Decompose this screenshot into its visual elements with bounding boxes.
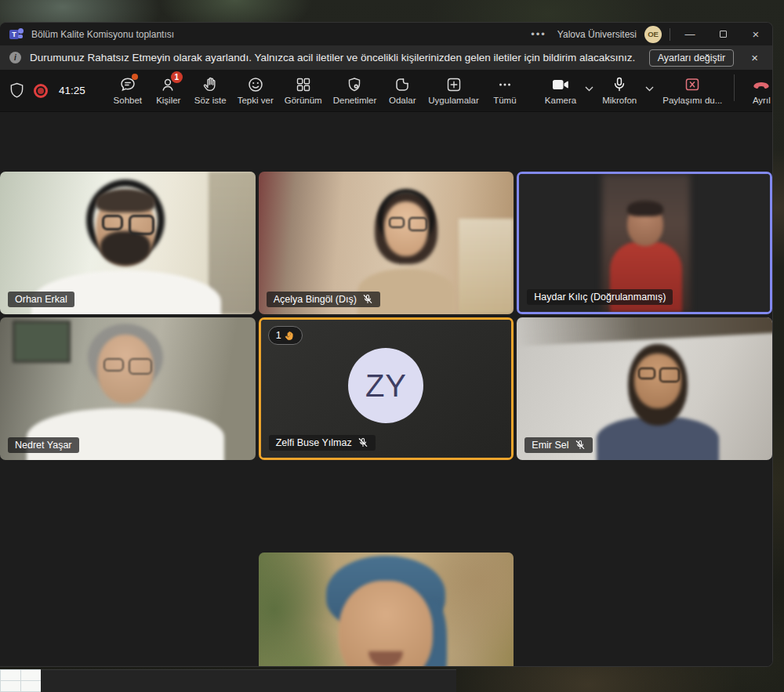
meeting-toolbar: 41:25 Sohbet 1 Kişiler [0, 70, 772, 112]
video-tile-speaking[interactable]: Haydar Kılıç (Doğrulanmamış) [517, 172, 772, 314]
change-settings-button[interactable]: Ayarları değiştir [649, 49, 735, 67]
banner-text: Durumunuz Rahatsız Etmeyin olarak ayarla… [30, 52, 641, 63]
leave-button[interactable]: Ayrıl [741, 73, 773, 108]
video-tile[interactable]: Naciye BOZDOĞAN AKBAŞ (Doğrulanmamış) [259, 553, 514, 667]
recording-indicator [34, 84, 48, 98]
participant-name-label: Açelya Bingöl (Dış) [267, 292, 380, 307]
background-window[interactable] [41, 669, 456, 692]
video-feed [259, 553, 514, 667]
more-actions-button[interactable]: Tümü [485, 73, 525, 108]
chat-notification-dot [132, 74, 138, 80]
participant-name-label: Nedret Yaşar [8, 437, 79, 453]
info-icon: i [9, 52, 21, 63]
close-button[interactable]: × [739, 23, 772, 45]
security-shield-icon [9, 82, 24, 99]
apps-button[interactable]: Uygulamalar [423, 73, 485, 108]
notification-banner: i Durumunuz Rahatsız Etmeyin olarak ayar… [0, 45, 772, 70]
rooms-button[interactable]: Odalar [382, 73, 423, 108]
mic-button[interactable]: Mikrofon [597, 73, 642, 108]
stop-share-icon [683, 76, 702, 93]
raised-hand-badge: 1 [268, 326, 303, 345]
people-badge: 1 [171, 71, 183, 83]
banner-close-icon[interactable]: × [745, 51, 764, 64]
chat-button[interactable]: Sohbet [107, 73, 148, 108]
meeting-title: Bölüm Kalite Komisyonu toplantısı [31, 29, 174, 40]
title-bar: T Bölüm Kalite Komisyonu toplantısı ••• … [0, 23, 772, 45]
titlebar-divider [670, 28, 670, 41]
video-tile[interactable]: Açelya Bingöl (Dış) [259, 172, 514, 314]
smiley-icon [247, 76, 264, 93]
org-name: Yalova Üniversitesi [557, 29, 637, 40]
stop-share-button[interactable]: Paylaşımı du... [657, 73, 728, 108]
controls-button[interactable]: Denetimler [328, 73, 383, 108]
camera-chevron-icon[interactable] [582, 73, 597, 103]
meeting-timer: 41:25 [59, 85, 85, 96]
mic-muted-icon [358, 437, 368, 448]
apps-plus-icon [445, 76, 463, 93]
video-grid: Orhan Erkal Açelya Bingöl (Dış) [0, 172, 772, 460]
background-spreadsheet-window[interactable] [0, 669, 41, 692]
user-avatar[interactable]: OE [644, 26, 662, 43]
participant-name-label: Zelfi Buse Yılmaz [269, 435, 376, 451]
camera-icon [551, 76, 570, 93]
video-tile-hand-raised[interactable]: ZY 1 Zelfi Buse Yılmaz [259, 317, 514, 460]
ellipsis-icon [496, 76, 514, 93]
people-button[interactable]: 1 Kişiler [148, 73, 189, 108]
rooms-icon [394, 76, 411, 93]
gallery-grid-icon [295, 76, 312, 93]
teams-icon: T [9, 28, 24, 41]
titlebar-more-icon[interactable]: ••• [520, 28, 557, 40]
participant-name-label: Haydar Kılıç (Doğrulanmamış) [527, 289, 673, 305]
video-tile[interactable]: Nedret Yaşar [0, 317, 256, 460]
raise-hand-button[interactable]: Söz iste [189, 73, 232, 108]
camera-button[interactable]: Kamera [539, 73, 582, 108]
video-tile[interactable]: Orhan Erkal [0, 172, 256, 314]
mic-muted-icon [575, 440, 586, 451]
avatar-initials: ZY [348, 348, 423, 423]
video-tile[interactable]: Emir Sel [517, 317, 772, 460]
toolbar-divider [734, 74, 735, 101]
participant-name-label: Orhan Erkal [8, 292, 74, 307]
video-stage: Orhan Erkal Açelya Bingöl (Dış) [0, 112, 772, 666]
mic-chevron-icon[interactable] [642, 73, 657, 103]
participant-name-label: Emir Sel [524, 437, 592, 453]
react-button[interactable]: Tepki ver [232, 73, 279, 108]
minimize-button[interactable]: — [673, 23, 706, 45]
teams-meeting-window: T Bölüm Kalite Komisyonu toplantısı ••• … [0, 22, 773, 667]
mic-muted-icon [362, 294, 373, 305]
view-button[interactable]: Görünüm [279, 73, 328, 108]
maximize-button[interactable] [706, 23, 739, 45]
shield-gear-icon [346, 76, 363, 93]
raise-hand-icon [201, 76, 219, 93]
raised-hand-icon [285, 331, 295, 341]
mic-icon [611, 76, 628, 93]
hang-up-icon [751, 76, 771, 93]
